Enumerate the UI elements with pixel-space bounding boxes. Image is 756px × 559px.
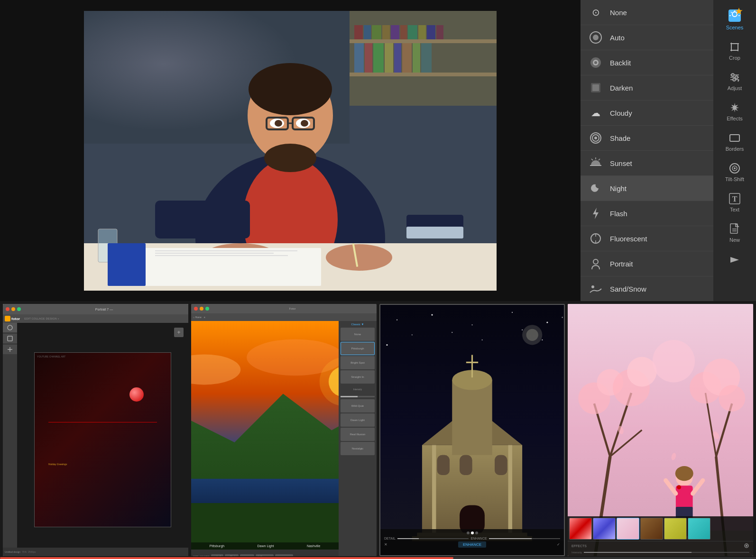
scene-item-backlit[interactable]: Backlit bbox=[581, 50, 713, 75]
svg-point-46 bbox=[326, 244, 392, 271]
svg-point-71 bbox=[591, 285, 594, 288]
t3-enhance-slider bbox=[489, 538, 560, 539]
t2-toolbar: ⌂ Home ★ bbox=[191, 313, 377, 321]
svg-point-114 bbox=[396, 320, 397, 321]
svg-rect-14 bbox=[436, 25, 443, 39]
t3-x-btn[interactable]: ✕ bbox=[384, 542, 387, 547]
t3-dots bbox=[380, 529, 564, 537]
effects-label: Effects bbox=[727, 116, 742, 121]
add-button[interactable]: + bbox=[174, 328, 184, 337]
svg-point-116 bbox=[471, 324, 472, 325]
scene-label-shade: Shade bbox=[610, 134, 630, 142]
svg-rect-7 bbox=[372, 25, 381, 39]
tiltshift-icon bbox=[728, 162, 741, 174]
thumb-fotor-landscape[interactable]: Fotor ⌂ Home ★ bbox=[191, 304, 377, 556]
fotor-logo-text: fotor bbox=[11, 317, 20, 321]
main-image-area bbox=[0, 0, 581, 301]
svg-rect-130 bbox=[452, 380, 492, 455]
svg-rect-20 bbox=[402, 43, 412, 73]
scene-label-auto: Auto bbox=[610, 34, 625, 42]
new-label: New bbox=[729, 237, 740, 243]
t2-scene-straight: Straight In bbox=[341, 370, 375, 384]
toolbar-tiltshift[interactable]: Tilt-Shift bbox=[716, 157, 754, 187]
scenes-scroll[interactable]: ⊙ None Auto Backlit Darken bbox=[581, 0, 713, 301]
thumb1-status-text: Untitled design bbox=[5, 550, 20, 553]
text-icon: T bbox=[728, 192, 741, 205]
svg-rect-18 bbox=[385, 43, 393, 73]
t4-frame4 bbox=[640, 518, 663, 540]
t4-settings-icon bbox=[744, 543, 749, 549]
t3-controls: DETAIL ENHANCE ✕ ENHANCE ✓ bbox=[380, 529, 564, 555]
church-svg bbox=[380, 305, 564, 555]
t3-enhance-fill bbox=[489, 538, 532, 539]
auto-icon bbox=[588, 30, 603, 45]
filter-nashville: Nashville bbox=[307, 544, 320, 548]
scene-item-sunset[interactable]: Sunset bbox=[581, 151, 713, 176]
toolbar-new[interactable]: New bbox=[716, 218, 754, 247]
thumb1-menu: EDIT COLLAGE DESIGN + bbox=[24, 317, 59, 320]
svg-rect-96 bbox=[730, 224, 738, 233]
toolbar-text[interactable]: T Text bbox=[716, 188, 754, 217]
sand-snow-icon bbox=[588, 281, 603, 296]
photo-svg bbox=[84, 11, 497, 291]
t2-right: → Right bbox=[225, 554, 239, 556]
tiltshift-label: Tilt-Shift bbox=[725, 176, 744, 182]
t3-detail-fill bbox=[397, 538, 419, 539]
svg-point-87 bbox=[735, 76, 738, 79]
scenes-panel: ⊙ None Auto Backlit Darken bbox=[581, 0, 713, 301]
scene-item-portrait[interactable]: Portrait bbox=[581, 251, 713, 276]
scene-item-fluorescent[interactable]: Fluorescent bbox=[581, 226, 713, 251]
toolbar-crop[interactable]: Crop bbox=[716, 36, 754, 65]
svg-point-55 bbox=[593, 35, 599, 40]
thumb1-toolbar: fotor EDIT COLLAGE DESIGN + bbox=[3, 314, 188, 323]
t4-intensity-label: Intensity bbox=[572, 551, 582, 554]
thumb-fotor-design[interactable]: Portrait 7 — fotor EDIT COLLAGE DESIGN + bbox=[3, 304, 188, 556]
t4-effects-label: EFFECTS bbox=[572, 544, 587, 548]
t3-enhance-btn[interactable]: ENHANCE bbox=[458, 541, 486, 548]
scene-item-shade[interactable]: Shade bbox=[581, 126, 713, 151]
toolbar-adjust[interactable]: Adjust bbox=[716, 66, 754, 96]
svg-rect-17 bbox=[373, 43, 384, 73]
t3-dot3 bbox=[475, 532, 478, 534]
scene-item-cloudy[interactable]: ☁ Cloudy bbox=[581, 101, 713, 126]
thumb-girl-blossoms[interactable]: EFFECTS Intensity bbox=[568, 304, 753, 556]
thumb1-zoom: 75% bbox=[22, 550, 27, 553]
scene-item-night[interactable]: Night bbox=[581, 176, 713, 201]
toolbar-scenes[interactable]: Scenes bbox=[716, 5, 754, 35]
svg-point-86 bbox=[731, 73, 734, 76]
svg-rect-11 bbox=[408, 25, 417, 39]
thumb-church[interactable]: DETAIL ENHANCE ✕ ENHANCE ✓ bbox=[379, 304, 565, 556]
borders-label: Borders bbox=[726, 146, 744, 152]
scene-item-none[interactable]: ⊙ None bbox=[581, 0, 713, 25]
landscape-svg bbox=[191, 321, 339, 556]
svg-point-124 bbox=[482, 339, 483, 340]
holiday-text: Holiday Greetings bbox=[48, 463, 67, 466]
scene-item-flash[interactable]: Flash bbox=[581, 201, 713, 226]
scene-item-sand-snow[interactable]: Sand/Snow bbox=[581, 276, 713, 301]
t3-dot1 bbox=[467, 532, 470, 534]
svg-rect-64 bbox=[590, 165, 601, 166]
toolbar-borders[interactable]: Borders bbox=[716, 127, 754, 156]
toolbar-effects[interactable]: Effects bbox=[716, 97, 754, 126]
t2-intensity: Intensity bbox=[341, 385, 375, 394]
svg-point-120 bbox=[452, 332, 452, 333]
scene-item-darken[interactable]: Darken bbox=[581, 75, 713, 101]
t3-detail-slider bbox=[397, 538, 469, 539]
svg-rect-143 bbox=[437, 455, 450, 475]
svg-rect-50 bbox=[155, 253, 274, 254]
scene-item-auto[interactable]: Auto bbox=[581, 25, 713, 50]
crop-label: Crop bbox=[729, 55, 740, 61]
thumb1-sidebar-icon3 bbox=[7, 346, 13, 353]
scene-label-flash: Flash bbox=[610, 210, 627, 218]
t2-star: ★ bbox=[203, 316, 205, 319]
t2-right-panel: Classic ▼ None Pittsburgh Bright Spot St… bbox=[339, 321, 377, 556]
svg-point-117 bbox=[512, 312, 513, 313]
svg-point-63 bbox=[594, 137, 597, 139]
svg-point-115 bbox=[431, 314, 433, 316]
toolbar-export[interactable] bbox=[716, 248, 754, 270]
thumb2-image: Pittsburgh Dawn Light Nashville 1097×612… bbox=[191, 321, 339, 556]
thumb1-size: 2560px bbox=[28, 550, 36, 553]
t3-check-btn[interactable]: ✓ bbox=[557, 542, 560, 547]
none-icon: ⊙ bbox=[588, 5, 603, 20]
effects-icon bbox=[728, 101, 741, 114]
